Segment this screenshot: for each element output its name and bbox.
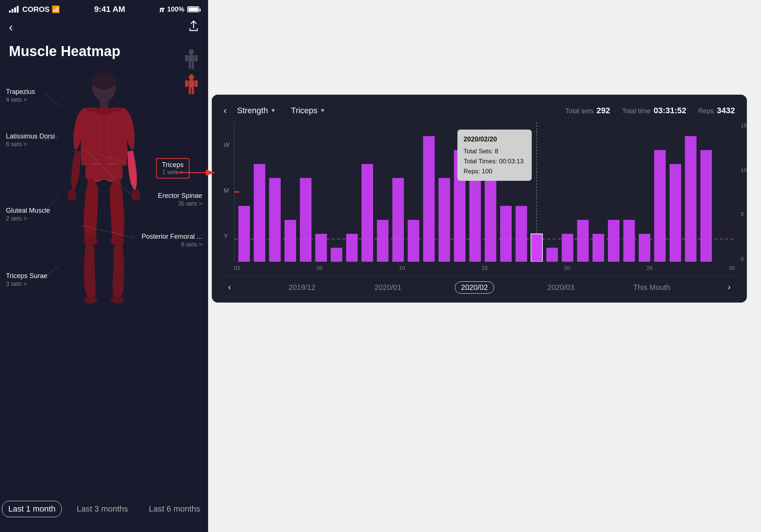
chart-y-period-labels: W M Y bbox=[224, 122, 231, 271]
status-left: COROS 📶 bbox=[9, 5, 60, 14]
body-area: Trapezius 4 sets > Latissimus Dorsi 6 se… bbox=[0, 65, 208, 333]
period-selector: Last 1 month Last 3 months Last 6 months bbox=[0, 501, 208, 517]
svg-rect-44 bbox=[300, 178, 311, 262]
svg-rect-40 bbox=[238, 206, 250, 262]
month-this[interactable]: This Mouth bbox=[628, 282, 676, 293]
chart-x-labels: 01 05 10 15 20 25 30 bbox=[234, 263, 735, 271]
period-1month-button[interactable]: Last 1 month bbox=[2, 501, 62, 517]
svg-rect-68 bbox=[670, 164, 681, 262]
chart-area: 2020/02/20 Total Sets: 8 Total Times: 00… bbox=[234, 122, 735, 271]
month-2020-03[interactable]: 2020/03 bbox=[541, 282, 580, 293]
svg-rect-53 bbox=[438, 178, 450, 262]
total-time-stat: Total time 03:31:52 bbox=[622, 106, 686, 115]
month-nav: ‹ 2019/12 2020/01 2020/02 2020/03 This M… bbox=[224, 275, 735, 294]
battery-icon bbox=[187, 6, 199, 12]
status-bar: COROS 📶 9:41 AM 𝞹 100% bbox=[0, 0, 208, 17]
status-right: 𝞹 100% bbox=[159, 5, 199, 14]
svg-point-23 bbox=[111, 296, 124, 304]
period-3months-button[interactable]: Last 3 months bbox=[71, 501, 134, 517]
muscle-dropdown[interactable]: Triceps ▼ bbox=[286, 104, 330, 118]
month-2019-12[interactable]: 2019/12 bbox=[283, 282, 321, 293]
total-sets-stat: Total sets 292 bbox=[565, 106, 610, 115]
phone-screen: COROS 📶 9:41 AM 𝞹 100% ‹ Muscle Heatmap bbox=[0, 0, 208, 532]
svg-rect-59 bbox=[531, 234, 543, 262]
svg-rect-64 bbox=[608, 220, 619, 262]
svg-rect-57 bbox=[500, 206, 512, 262]
svg-rect-49 bbox=[377, 220, 388, 262]
svg-point-15 bbox=[68, 189, 77, 201]
carrier-label: COROS bbox=[22, 5, 49, 14]
month-prev-button[interactable]: ‹ bbox=[224, 281, 235, 294]
svg-rect-19 bbox=[85, 165, 123, 180]
svg-point-13 bbox=[91, 73, 117, 89]
svg-rect-2 bbox=[185, 55, 188, 62]
back-button[interactable]: ‹ bbox=[9, 20, 13, 34]
svg-rect-69 bbox=[685, 136, 696, 262]
wifi-icon: 📶 bbox=[52, 5, 60, 13]
chart-stats: Total sets 292 Total time 03:31:52 Reps … bbox=[565, 106, 735, 115]
chart-back-button[interactable]: ‹ bbox=[224, 105, 227, 116]
body-silhouette bbox=[0, 65, 208, 333]
activity-dropdown[interactable]: Strength ▼ bbox=[233, 104, 281, 118]
svg-rect-66 bbox=[639, 234, 650, 262]
svg-rect-58 bbox=[515, 206, 527, 262]
battery-percent: 100% bbox=[167, 6, 184, 13]
bluetooth-icon: 𝞹 bbox=[159, 5, 164, 14]
month-2020-01[interactable]: 2020/01 bbox=[369, 282, 407, 293]
svg-rect-67 bbox=[654, 150, 666, 262]
page-title: Muscle Heatmap bbox=[0, 40, 208, 65]
activity-dropdown-icon: ▼ bbox=[270, 107, 276, 114]
month-2020-02[interactable]: 2020/02 bbox=[455, 281, 494, 294]
time-display: 9:41 AM bbox=[94, 4, 125, 14]
chart-tooltip: 2020/02/20 Total Sets: 8 Total Times: 00… bbox=[457, 130, 532, 181]
svg-rect-60 bbox=[546, 248, 558, 262]
svg-rect-51 bbox=[408, 220, 419, 262]
svg-point-20 bbox=[84, 235, 97, 246]
nav-bar: ‹ bbox=[0, 17, 208, 40]
svg-rect-3 bbox=[195, 55, 198, 62]
period-6months-button[interactable]: Last 6 months bbox=[143, 501, 206, 517]
svg-rect-47 bbox=[346, 234, 357, 262]
svg-rect-61 bbox=[562, 234, 573, 262]
svg-rect-50 bbox=[392, 178, 404, 262]
chart-bars-container: 2020/02/20 Total Sets: 8 Total Times: 00… bbox=[234, 122, 735, 262]
svg-rect-48 bbox=[362, 164, 373, 262]
svg-rect-52 bbox=[423, 136, 435, 262]
svg-rect-62 bbox=[577, 220, 589, 262]
svg-point-0 bbox=[189, 49, 194, 55]
svg-rect-1 bbox=[188, 55, 194, 62]
svg-rect-46 bbox=[331, 248, 342, 262]
share-button[interactable] bbox=[188, 20, 199, 35]
chart-header: ‹ Strength ▼ Triceps ▼ Total sets 292 To… bbox=[224, 104, 735, 118]
svg-rect-43 bbox=[285, 220, 296, 262]
month-next-button[interactable]: › bbox=[723, 281, 735, 294]
svg-rect-42 bbox=[269, 178, 281, 262]
svg-rect-65 bbox=[624, 220, 635, 262]
svg-rect-41 bbox=[254, 164, 265, 262]
chart-y-scale: 15 10 5 0 bbox=[741, 122, 747, 262]
chart-body: W M Y 2020/02/20 Total Sets: 8 Total Tim… bbox=[224, 122, 735, 271]
svg-rect-70 bbox=[700, 150, 712, 262]
svg-point-22 bbox=[84, 296, 97, 304]
muscle-dropdown-icon: ▼ bbox=[320, 107, 326, 114]
signal-icon bbox=[9, 6, 19, 13]
svg-point-21 bbox=[111, 235, 124, 246]
svg-rect-45 bbox=[315, 234, 327, 262]
svg-point-16 bbox=[132, 189, 140, 201]
svg-rect-55 bbox=[469, 178, 481, 262]
svg-rect-14 bbox=[100, 99, 109, 108]
reps-stat: Reps 3432 bbox=[698, 106, 735, 115]
svg-rect-63 bbox=[593, 234, 604, 262]
chart-panel: ‹ Strength ▼ Triceps ▼ Total sets 292 To… bbox=[212, 95, 747, 303]
